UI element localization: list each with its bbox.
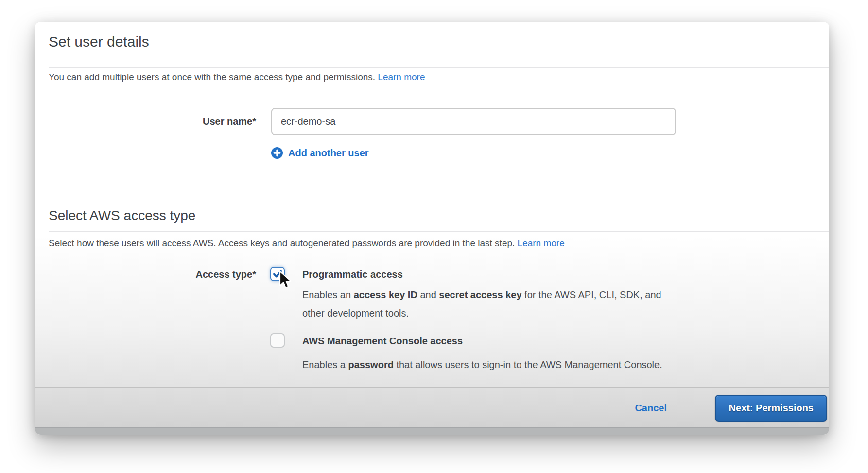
next-permissions-button[interactable]: Next: Permissions bbox=[715, 395, 827, 422]
programmatic-access-description: Enables an access key ID and secret acce… bbox=[302, 286, 661, 322]
access-type-label: Access type* bbox=[49, 263, 256, 286]
desc-text: other development tools. bbox=[302, 308, 409, 319]
plus-circle-icon bbox=[271, 147, 283, 159]
desc-text: for the AWS API, CLI, SDK, and bbox=[522, 289, 661, 300]
add-another-user-label: Add another user bbox=[288, 148, 369, 159]
add-another-user-button[interactable]: Add another user bbox=[271, 147, 369, 159]
desc-text: Enables an bbox=[302, 289, 354, 300]
user-name-label: User name* bbox=[49, 108, 256, 135]
console-access-checkbox[interactable] bbox=[270, 333, 285, 348]
checkmark-icon bbox=[272, 269, 283, 279]
access-type-section-title: Select AWS access type bbox=[49, 208, 195, 223]
learn-more-link-user-details[interactable]: Learn more bbox=[378, 72, 425, 82]
user-name-input[interactable] bbox=[271, 108, 676, 135]
console-access-title[interactable]: AWS Management Console access bbox=[302, 334, 463, 348]
bottom-edge-strip bbox=[35, 427, 829, 435]
learn-more-link-access-type[interactable]: Learn more bbox=[518, 238, 565, 248]
section-divider bbox=[49, 67, 829, 68]
desc-text: Enables a bbox=[302, 359, 348, 370]
wizard-footer-bar: Cancel Next: Permissions bbox=[35, 387, 829, 427]
desc-text: that allows users to sign-in to the AWS … bbox=[394, 359, 662, 370]
section-divider bbox=[49, 231, 829, 232]
user-details-intro-text: You can add multiple users at once with … bbox=[49, 72, 378, 82]
cancel-button[interactable]: Cancel bbox=[635, 395, 667, 421]
user-details-intro: You can add multiple users at once with … bbox=[49, 71, 425, 84]
desc-bold-text: password bbox=[348, 359, 394, 370]
access-type-intro-text: Select how these users will access AWS. … bbox=[49, 238, 518, 248]
desc-bold-text: secret access key bbox=[439, 289, 521, 300]
add-user-wizard-panel: Set user details You can add multiple us… bbox=[35, 22, 829, 435]
page-title: Set user details bbox=[49, 34, 149, 50]
desc-text: and bbox=[417, 289, 439, 300]
desc-bold-text: access key ID bbox=[354, 289, 417, 300]
programmatic-access-title[interactable]: Programmatic access bbox=[302, 267, 403, 282]
access-type-intro: Select how these users will access AWS. … bbox=[49, 237, 565, 250]
programmatic-access-checkbox[interactable] bbox=[270, 267, 285, 281]
console-access-description: Enables a password that allows users to … bbox=[302, 356, 662, 373]
